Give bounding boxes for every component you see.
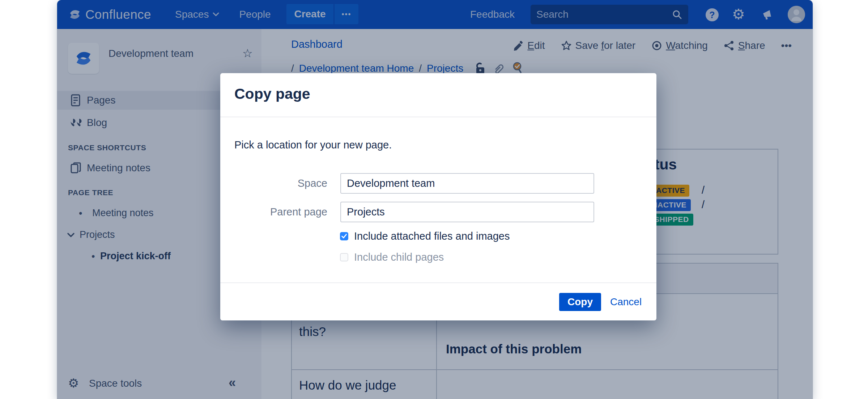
space-field-row: Space — [220, 173, 656, 194]
checkbox-label: Include child pages — [354, 251, 444, 263]
include-child-pages-option[interactable]: Include child pages — [340, 251, 444, 263]
space-field[interactable] — [340, 173, 594, 194]
checkbox-unchecked-icon[interactable] — [340, 253, 348, 261]
browser-window: Confluence Spaces People Create ••• Feed… — [57, 0, 813, 399]
dialog-title: Copy page — [234, 85, 310, 102]
dialog-header-divider — [220, 117, 656, 117]
parent-page-field-label: Parent page — [220, 202, 327, 222]
checkbox-checked-icon[interactable] — [340, 232, 348, 240]
parent-page-field[interactable] — [340, 202, 594, 222]
dialog-footer-divider — [220, 282, 656, 283]
parent-page-field-row: Parent page — [220, 202, 656, 222]
dialog-description: Pick a location for your new page. — [234, 139, 392, 151]
checkbox-label: Include attached files and images — [354, 230, 510, 242]
cancel-link[interactable]: Cancel — [610, 293, 642, 311]
copy-button[interactable]: Copy — [559, 293, 601, 311]
copy-page-dialog: Copy page Pick a location for your new p… — [220, 73, 656, 320]
space-field-label: Space — [220, 173, 327, 194]
include-attachments-option[interactable]: Include attached files and images — [340, 230, 510, 242]
